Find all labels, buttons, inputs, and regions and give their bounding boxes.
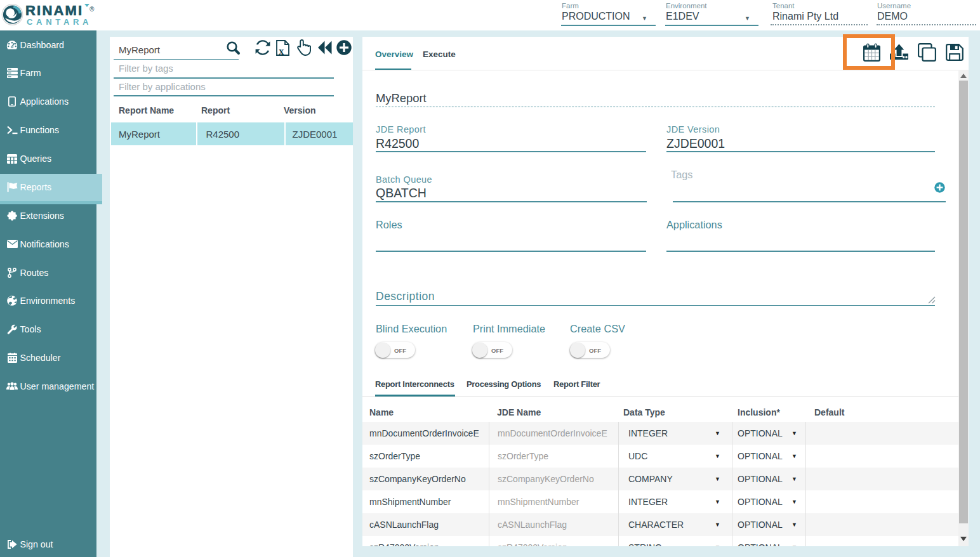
- svg-text:x: x: [279, 46, 284, 56]
